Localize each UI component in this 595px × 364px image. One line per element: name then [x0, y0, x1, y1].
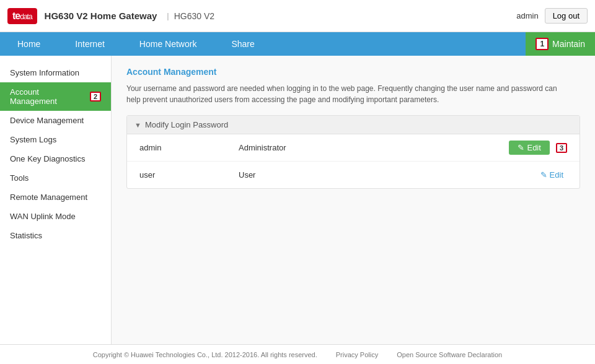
- role-administrator: Administrator: [239, 143, 509, 152]
- edit-admin-button[interactable]: ✎ Edit: [509, 141, 549, 155]
- edit-icon: ✎: [540, 170, 547, 180]
- sidebar: System Information Account Management 2 …: [0, 56, 112, 344]
- content-area: Account Management Your username and pas…: [112, 56, 595, 344]
- privacy-policy-link[interactable]: Privacy Policy: [336, 351, 378, 358]
- nav-item-home[interactable]: Home: [0, 32, 58, 56]
- sidebar-item-one-key-diagnostics[interactable]: One Key Diagnostics: [0, 149, 111, 168]
- sidebar-item-remote-management[interactable]: Remote Management: [0, 188, 111, 207]
- maintain-badge: 1: [536, 38, 549, 50]
- action-admin: ✎ Edit 3: [509, 141, 567, 155]
- modify-password-section: ▼ Modify Login Password admin Administra…: [126, 115, 580, 189]
- sidebar-item-tools[interactable]: Tools: [0, 168, 111, 188]
- table-row: user User ✎ Edit: [127, 162, 580, 188]
- header-subtitle: HG630 V2: [174, 11, 214, 21]
- account-mgmt-badge: 2: [90, 92, 101, 102]
- logout-button[interactable]: Log out: [545, 8, 588, 24]
- content-description: Your username and password are needed wh…: [126, 83, 573, 105]
- logo: tedata: [7, 8, 37, 24]
- footer: Copyright © Huawei Technologies Co., Ltd…: [0, 344, 595, 364]
- header-title: HG630 V2 Home Gateway: [45, 11, 157, 21]
- role-user: User: [239, 170, 537, 180]
- opensource-link[interactable]: Open Source Software Declaration: [397, 351, 502, 358]
- admin-label: admin: [516, 11, 538, 20]
- sidebar-item-device-management[interactable]: Device Management: [0, 111, 111, 130]
- header-right: admin Log out: [516, 8, 588, 24]
- nav-item-internet[interactable]: Internet: [58, 32, 121, 56]
- action-user: ✎ Edit: [537, 168, 567, 182]
- header: tedata HG630 V2 Home Gateway | HG630 V2 …: [0, 0, 595, 32]
- nav-item-home-network[interactable]: Home Network: [122, 32, 214, 56]
- copyright-text: Copyright © Huawei Technologies Co., Ltd…: [93, 351, 317, 358]
- nav-bar: Home Internet Home Network Share 1 Maint…: [0, 32, 595, 56]
- section-body: admin Administrator ✎ Edit 3 user User: [127, 134, 580, 188]
- sidebar-item-system-info[interactable]: System Information: [0, 63, 111, 82]
- nav-item-maintain[interactable]: 1 Maintain: [526, 32, 595, 56]
- username-user: user: [139, 170, 239, 180]
- edit-user-button[interactable]: ✎ Edit: [537, 168, 567, 182]
- main-layout: System Information Account Management 2 …: [0, 56, 595, 344]
- logo-data: data: [20, 12, 32, 21]
- sidebar-item-wan-uplink[interactable]: WAN Uplink Mode: [0, 207, 111, 226]
- header-divider: |: [167, 11, 169, 20]
- section-title: Modify Login Password: [145, 120, 228, 129]
- username-admin: admin: [139, 143, 239, 152]
- sidebar-item-system-logs[interactable]: System Logs: [0, 130, 111, 149]
- section-header: ▼ Modify Login Password: [127, 116, 580, 134]
- edit-badge: 3: [556, 143, 567, 153]
- content-title: Account Management: [126, 67, 580, 77]
- nav-item-share[interactable]: Share: [214, 32, 271, 56]
- logo-icon: tedata: [7, 8, 37, 24]
- edit-icon: ✎: [518, 143, 524, 152]
- sidebar-item-account-management[interactable]: Account Management 2: [0, 82, 111, 111]
- sidebar-item-statistics[interactable]: Statistics: [0, 226, 111, 245]
- chevron-down-icon: ▼: [134, 121, 141, 129]
- table-row: admin Administrator ✎ Edit 3: [127, 134, 580, 162]
